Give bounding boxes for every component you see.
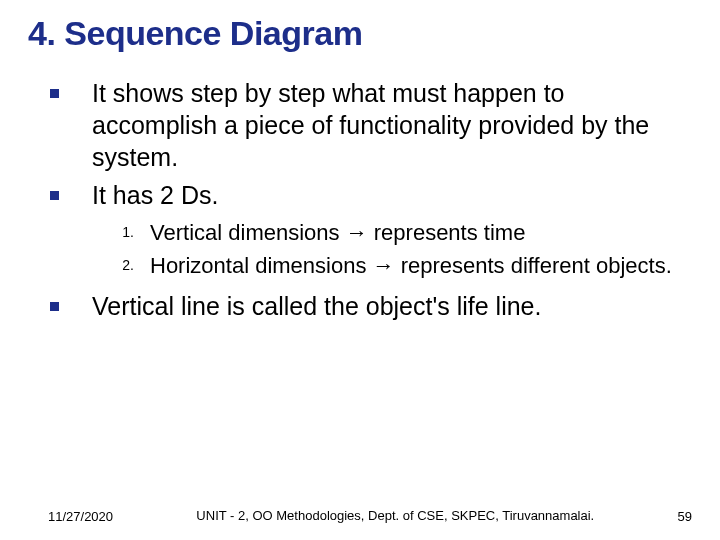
numbered-item: 2. Horizontal dimensions → represents di… — [104, 252, 692, 281]
list-text: Horizontal dimensions — [150, 253, 373, 278]
numbered-list: 1. Vertical dimensions → represents time… — [104, 219, 692, 280]
footer-date: 11/27/2020 — [48, 509, 113, 524]
main-bullet-list: It shows step by step what must happen t… — [36, 77, 692, 211]
footer-center: UNIT - 2, OO Methodologies, Dept. of CSE… — [113, 508, 677, 524]
list-number: 1. — [104, 223, 134, 241]
arrow-icon: → — [373, 253, 395, 278]
numbered-item: 1. Vertical dimensions → represents time — [104, 219, 692, 248]
list-number: 2. — [104, 256, 134, 274]
slide-footer: 11/27/2020 UNIT - 2, OO Methodologies, D… — [0, 508, 720, 524]
bullet-item: Vertical line is called the object's lif… — [36, 290, 692, 322]
list-text: represents different objects. — [395, 253, 672, 278]
list-text: represents time — [368, 220, 526, 245]
slide-title: 4. Sequence Diagram — [28, 14, 692, 53]
footer-page-number: 59 — [678, 509, 692, 524]
bullet-item: It has 2 Ds. — [36, 179, 692, 211]
list-text: Vertical dimensions — [150, 220, 346, 245]
main-bullet-list-2: Vertical line is called the object's lif… — [36, 290, 692, 322]
bullet-item: It shows step by step what must happen t… — [36, 77, 692, 173]
arrow-icon: → — [346, 220, 368, 245]
